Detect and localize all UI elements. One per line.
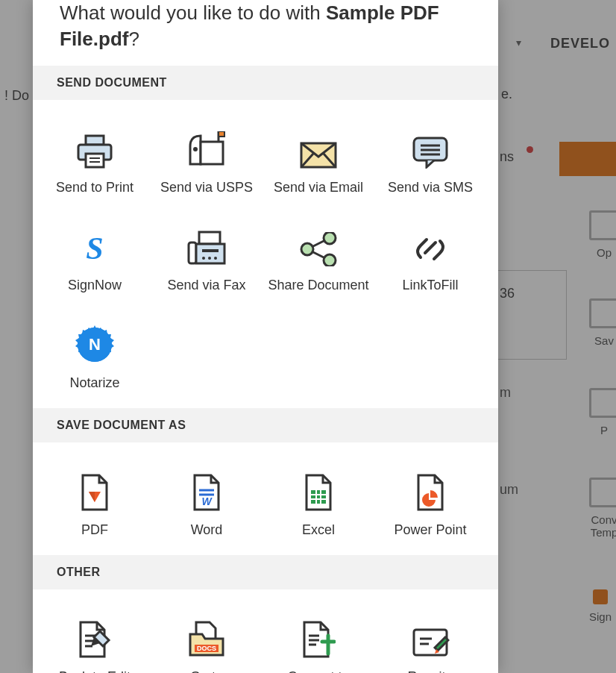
svg-point-24 [324, 232, 336, 244]
cell-label: Send via Email [265, 179, 371, 196]
cell-label: Send via USPS [154, 179, 260, 196]
svg-rect-5 [201, 142, 223, 164]
printer-icon [42, 121, 148, 169]
svg-rect-15 [199, 232, 220, 244]
envelope-icon [265, 121, 371, 169]
signnow-button[interactable]: S SignNow [39, 211, 151, 309]
convert-to-button[interactable]: Convert to [263, 603, 374, 673]
share-document-button[interactable]: Share Document [263, 211, 374, 309]
section-header-send: SEND DOCUMENT [33, 66, 498, 100]
section-header-other: OTHER [33, 555, 498, 589]
svg-rect-17 [202, 249, 219, 252]
save-grid: PDF W Word [33, 442, 498, 555]
cell-label: Convert to [265, 669, 371, 673]
actions-modal: What would you like to do with Sample PD… [33, 0, 498, 673]
svg-line-26 [425, 242, 436, 253]
send-via-usps-button[interactable]: Send via USPS [151, 113, 263, 211]
title-suffix: ? [128, 28, 139, 50]
send-to-print-button[interactable]: Send to Print [39, 113, 151, 211]
send-grid: Send to Print Send via USPS [33, 100, 498, 408]
cell-label: Word [154, 522, 260, 539]
powerpoint-file-icon [377, 463, 483, 511]
save-as-excel-button[interactable]: Excel [263, 456, 374, 554]
link-icon [377, 219, 483, 266]
cell-label: Send to Print [42, 179, 148, 196]
cell-label: Share Document [265, 277, 371, 294]
share-icon [265, 219, 371, 266]
svg-text:N: N [89, 335, 101, 354]
go-to-button[interactable]: DOCS Go to [151, 603, 263, 673]
send-via-fax-button[interactable]: Send via Fax [151, 211, 263, 309]
cell-label: SignNow [42, 277, 148, 294]
svg-point-20 [214, 257, 217, 260]
sms-icon [377, 121, 483, 169]
send-via-email-button[interactable]: Send via Email [263, 113, 374, 211]
svg-point-18 [202, 257, 205, 260]
rewrite-button[interactable]: Rewrite [374, 603, 486, 673]
cell-label: Power Point [377, 522, 483, 539]
mailbox-icon [154, 121, 260, 169]
svg-point-6 [193, 147, 198, 151]
other-grid: Back to Edit DOCS Go to [33, 589, 498, 673]
notarize-icon: N [42, 316, 148, 364]
title-prefix: What would you like to do with [60, 1, 326, 24]
cell-label: PDF [42, 522, 148, 539]
folder-docs-icon: DOCS [154, 610, 260, 658]
cell-label: Send via SMS [377, 179, 483, 196]
save-as-word-button[interactable]: W Word [151, 456, 263, 554]
svg-rect-35 [311, 490, 326, 504]
convert-template-icon [265, 610, 371, 658]
svg-rect-0 [86, 136, 104, 145]
save-as-powerpoint-button[interactable]: Power Point [374, 456, 486, 554]
save-as-pdf-button[interactable]: PDF [39, 456, 151, 554]
signnow-icon: S [42, 219, 148, 266]
excel-file-icon [265, 463, 371, 511]
svg-rect-16 [196, 244, 224, 263]
notarize-button[interactable]: N Notarize [39, 309, 151, 407]
fax-icon [154, 219, 260, 266]
svg-rect-2 [86, 154, 104, 167]
linktofill-button[interactable]: LinkToFill [374, 211, 486, 309]
pdf-file-icon [42, 463, 148, 511]
section-header-save: SAVE DOCUMENT AS [33, 408, 498, 442]
svg-text:W: W [201, 495, 213, 507]
send-via-sms-button[interactable]: Send via SMS [374, 113, 486, 211]
cell-label: Back to Edit [42, 669, 148, 673]
modal-title: What would you like to do with Sample PD… [33, 0, 498, 66]
svg-text:DOCS: DOCS [197, 645, 216, 652]
back-to-edit-button[interactable]: Back to Edit [39, 603, 151, 673]
cell-label: Excel [265, 522, 371, 539]
svg-text:S: S [86, 232, 103, 266]
word-file-icon: W [154, 463, 260, 511]
edit-document-icon [42, 610, 148, 658]
cell-label: Go to [154, 669, 260, 673]
cell-label: LinkToFill [377, 277, 483, 294]
svg-point-19 [208, 257, 211, 260]
cell-label: Notarize [42, 375, 148, 392]
svg-point-23 [301, 243, 313, 255]
svg-point-25 [324, 254, 336, 266]
cell-label: Send via Fax [154, 277, 260, 294]
cell-label: Rewrite [377, 669, 483, 673]
rewrite-icon [377, 610, 483, 658]
